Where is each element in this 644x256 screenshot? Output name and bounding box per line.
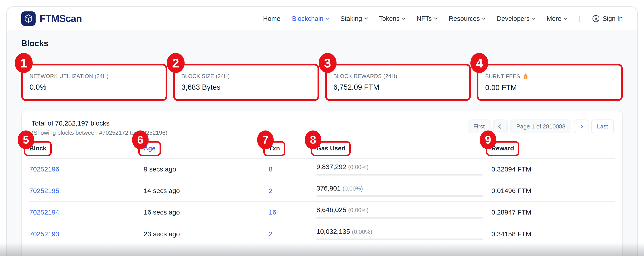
gas-used-value: 9,837,292 [316,163,346,170]
gas-used-percent: (0.00%) [348,164,368,170]
total-blocks-text: Total of 70,252,197 blocks [32,119,168,127]
chevron-left-icon [498,124,502,129]
annotation-badge-4: 4 [470,53,488,73]
page-title: Blocks [21,39,623,48]
nav-item-developers[interactable]: Developers [497,15,535,22]
annotation-badge-7: 7 [257,131,274,149]
stat-value: 0.00 FTM [485,83,614,92]
chevron-down-icon [532,16,536,20]
stat-value: 3,683 Bytes [182,83,311,91]
pagination-page-info: Page 1 of 2810088 [510,119,571,133]
block-reward: 0.01496 FTM [492,187,615,195]
annotation-badge-8: 8 [305,131,321,149]
nav-item-nfts[interactable]: NFTs [417,15,437,22]
table-row: 70252194 16 secs ago 16 8,646,025 (0.00%… [29,202,615,223]
table-top-bar: Total of 70,252,197 blocks (Showing bloc… [29,111,615,136]
cube-logo-icon [21,12,36,26]
main-nav: Home Blockchain Staking Tokens NFTs Reso… [263,15,623,23]
page-header: Blocks [7,30,637,55]
block-age: 14 secs ago [144,187,269,195]
brand-logo[interactable]: FTMScan [21,12,82,26]
annotation-badge-5: 5 [18,131,34,149]
stat-label: BLOCK SIZE (24H) [182,73,311,79]
gas-used-cell: 9,837,292 (0.00%) [316,163,492,176]
annotation-box-reward: 9 Reward [486,141,519,156]
stat-value: 6,752.09 FTM [334,83,463,91]
block-number-link[interactable]: 70252196 [29,165,59,173]
chevron-down-icon [326,16,330,20]
block-reward: 0.34158 FTM [492,230,615,238]
txn-count-link[interactable]: 2 [269,230,272,238]
pagination-last-button[interactable]: Last [591,119,614,133]
nav-item-home[interactable]: Home [263,15,280,22]
table-header-row: 5 Block 6 Age 7 Txn 8 Gas Used 9 Reward [29,136,615,159]
gas-used-value: 376,901 [316,185,340,192]
stat-value: 0.0% [30,83,159,91]
gas-used-value: 10,032,135 [316,228,350,235]
block-age: 23 secs ago [144,230,269,238]
flame-icon [522,73,529,80]
pagination-prev-button[interactable] [493,119,508,133]
pagination-next-button[interactable] [574,119,588,133]
bottom-edge-fade [0,242,644,256]
table-row: 70252196 9 secs ago 8 9,837,292 (0.00%) … [29,159,615,180]
blocks-table-card: Total of 70,252,197 blocks (Showing bloc… [21,111,623,256]
block-reward: 0.28947 FTM [492,208,615,216]
annotation-badge-1: 1 [15,53,33,73]
gas-used-value: 8,646,025 [316,206,346,213]
annotation-badge-3: 3 [319,53,336,73]
nav-item-tokens[interactable]: Tokens [379,15,405,22]
txn-count-link[interactable]: 8 [269,165,272,173]
gas-used-cell: 8,646,025 (0.00%) [316,206,492,219]
annotation-box-age: 6 Age [138,141,161,156]
annotation-badge-9: 9 [480,131,496,149]
annotation-badge-2: 2 [167,53,184,73]
column-header-gas-used: Gas Used [316,145,345,152]
sign-in-button[interactable]: Sign In [592,15,623,23]
chevron-down-icon [564,16,567,20]
column-header-reward: Reward [492,145,514,152]
chevron-down-icon [434,16,438,20]
stat-label: NETWORK UTILIZATION (24H) [30,73,159,79]
gas-used-cell: 10,032,135 (0.00%) [316,228,492,240]
gas-used-percent: (0.00%) [342,185,363,192]
chevron-down-icon [482,16,486,20]
block-number-link[interactable]: 70252193 [29,230,59,238]
chevron-down-icon [364,16,368,20]
block-age: 16 secs ago [144,208,269,216]
table-row: 70252195 14 secs ago 2 376,901 (0.00%) 0… [29,180,615,202]
user-icon [592,15,600,23]
gas-used-percent: (0.00%) [352,228,372,235]
gas-used-progress-bar [316,217,483,219]
stat-card-burnt-fees: 4 BURNT FEES 0.00 FTM [477,64,623,101]
annotation-box-txn: 7 Txn [263,141,285,156]
gas-used-cell: 376,901 (0.00%) [316,185,492,197]
chevron-right-icon [579,124,583,129]
annotation-box-block: 5 Block [24,141,52,156]
stat-label: BURNT FEES [485,73,614,80]
block-reward: 0.32094 FTM [492,165,615,173]
nav-divider: | [578,15,580,22]
block-age: 9 secs ago [144,165,269,173]
nav-item-more[interactable]: More [547,15,567,22]
chevron-down-icon [402,16,406,20]
gas-used-progress-bar [316,195,483,197]
nav-item-staking[interactable]: Staking [340,15,368,22]
stats-row: 1 NETWORK UTILIZATION (24H) 0.0% 2 BLOCK… [7,55,637,101]
txn-count-link[interactable]: 2 [269,187,272,194]
nav-item-blockchain[interactable]: Blockchain [292,15,329,22]
gas-used-percent: (0.00%) [348,207,368,213]
stat-label: BLOCK REWARDS (24H) [334,73,463,79]
table-row: 70252193 23 secs ago 2 10,032,135 (0.00%… [29,223,615,245]
annotation-box-gas-used: 8 Gas Used [311,141,351,156]
stat-card-network-utilization: 1 NETWORK UTILIZATION (24H) 0.0% [21,64,167,101]
nav-item-resources[interactable]: Resources [449,15,485,22]
table-summary: Total of 70,252,197 blocks (Showing bloc… [32,119,168,136]
block-number-link[interactable]: 70252194 [29,208,59,216]
annotation-badge-6: 6 [132,131,148,149]
block-number-link[interactable]: 70252195 [29,187,59,194]
txn-count-link[interactable]: 16 [269,208,276,216]
gas-used-progress-bar [316,238,483,240]
brand-name: FTMScan [40,13,82,24]
gas-used-progress-bar [316,174,483,176]
